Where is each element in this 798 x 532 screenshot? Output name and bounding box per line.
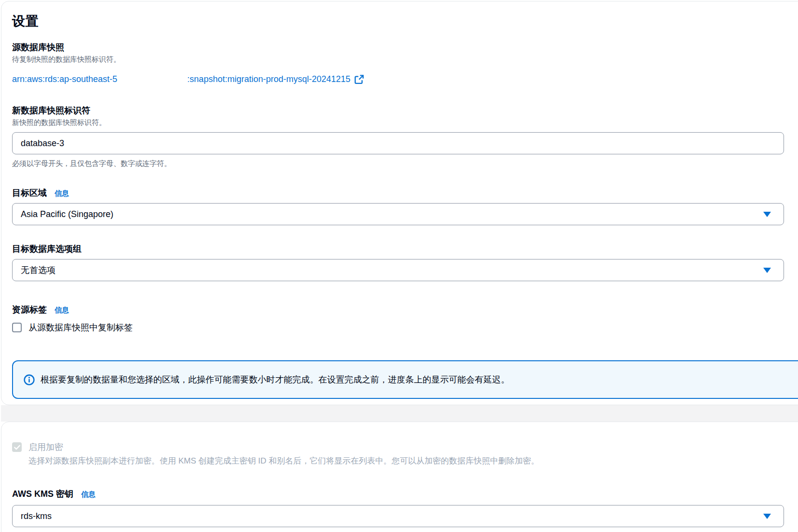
option-group-value: 无首选项 bbox=[21, 264, 55, 276]
option-group-label: 目标数据库选项组 bbox=[12, 244, 798, 255]
resource-tags-label: 资源标签 bbox=[12, 304, 47, 315]
target-region-info-link[interactable]: 信息 bbox=[55, 189, 69, 198]
kms-key-label: AWS KMS 密钥 bbox=[12, 489, 73, 500]
source-snapshot-arn-link[interactable]: arn:aws:rds:ap-southeast-5:snapshot:migr… bbox=[12, 73, 364, 85]
copy-tags-checkbox-label: 从源数据库快照中复制标签 bbox=[28, 322, 133, 333]
new-identifier-label: 新数据库快照标识符 bbox=[12, 105, 798, 116]
settings-card: 设置 源数据库快照 待复制快照的数据库快照标识符。 arn:aws:rds:ap… bbox=[1, 1, 798, 405]
target-region-field: 目标区域 信息 Asia Pacific (Singapore) bbox=[12, 188, 798, 225]
enable-encryption-description: 选择对源数据库快照副本进行加密。使用 KMS 创建完成主密钥 ID 和别名后，它… bbox=[28, 455, 539, 467]
kms-key-select[interactable]: rds-kms bbox=[12, 505, 784, 527]
resource-tags-info-link[interactable]: 信息 bbox=[55, 306, 69, 315]
new-identifier-field: 新数据库快照标识符 新快照的数据库快照标识符。 必须以字母开头，且仅包含字母、数… bbox=[12, 105, 798, 168]
section-gap bbox=[1, 405, 798, 422]
arn-suffix: :snapshot:migration-prod-mysql-20241215 bbox=[187, 73, 350, 85]
caret-down-icon bbox=[763, 212, 771, 217]
enable-encryption-checkbox-disabled bbox=[12, 442, 22, 452]
target-region-select[interactable]: Asia Pacific (Singapore) bbox=[12, 203, 784, 225]
encryption-card: 启用加密 选择对源数据库快照副本进行加密。使用 KMS 创建完成主密钥 ID 和… bbox=[1, 422, 798, 532]
source-snapshot-label: 源数据库快照 bbox=[12, 42, 798, 53]
caret-down-icon bbox=[763, 514, 771, 519]
option-group-select[interactable]: 无首选项 bbox=[12, 259, 784, 281]
source-snapshot-description: 待复制快照的数据库快照标识符。 bbox=[12, 54, 798, 65]
new-identifier-description: 新快照的数据库快照标识符。 bbox=[12, 117, 798, 128]
kms-key-field: AWS KMS 密钥 信息 rds-kms bbox=[12, 489, 798, 527]
target-region-label: 目标区域 bbox=[12, 188, 47, 199]
page-title: 设置 bbox=[12, 13, 798, 29]
info-circle-icon bbox=[24, 374, 35, 385]
new-identifier-constraint: 必须以字母开头，且仅包含字母、数字或连字符。 bbox=[12, 159, 798, 168]
new-identifier-input[interactable] bbox=[12, 132, 784, 154]
enable-encryption-field: 启用加密 选择对源数据库快照副本进行加密。使用 KMS 创建完成主密钥 ID 和… bbox=[12, 441, 798, 467]
option-group-field: 目标数据库选项组 无首选项 bbox=[12, 244, 798, 281]
arn-prefix: arn:aws:rds:ap-southeast-5 bbox=[12, 73, 117, 85]
info-alert-text: 根据要复制的数据量和您选择的区域，此操作可能需要数小时才能完成。在设置完成之前，… bbox=[41, 374, 509, 385]
target-region-value: Asia Pacific (Singapore) bbox=[21, 209, 113, 219]
kms-key-value: rds-kms bbox=[21, 511, 52, 521]
caret-down-icon bbox=[763, 268, 771, 273]
check-icon bbox=[14, 445, 20, 450]
info-alert: 根据要复制的数据量和您选择的区域，此操作可能需要数小时才能完成。在设置完成之前，… bbox=[12, 360, 798, 399]
kms-key-info-link[interactable]: 信息 bbox=[81, 490, 96, 499]
copy-tags-checkbox[interactable] bbox=[12, 323, 22, 332]
source-snapshot-field: 源数据库快照 待复制快照的数据库快照标识符。 arn:aws:rds:ap-so… bbox=[12, 42, 798, 85]
enable-encryption-label: 启用加密 bbox=[28, 441, 539, 453]
external-link-icon bbox=[355, 75, 364, 84]
resource-tags-field: 资源标签 信息 从源数据库快照中复制标签 bbox=[12, 304, 798, 333]
